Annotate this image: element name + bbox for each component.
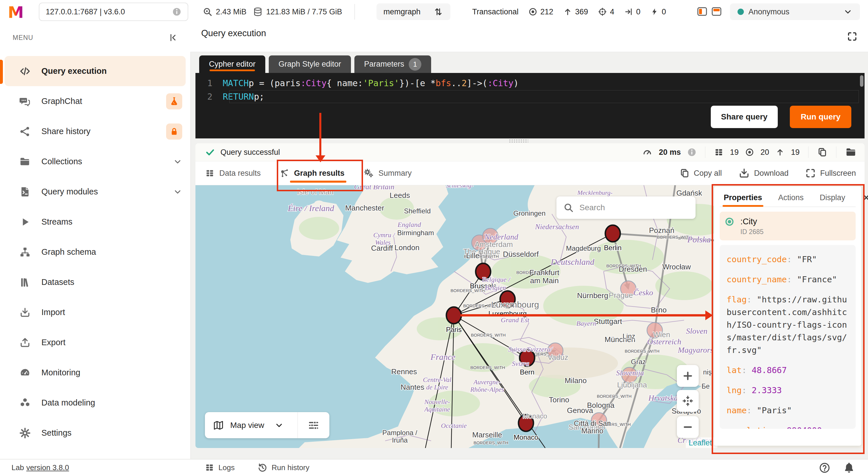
sidebar-item-streams[interactable]: Streams xyxy=(0,207,190,237)
map-search-box[interactable] xyxy=(556,197,695,219)
fullscreen-button[interactable]: Fullscreen xyxy=(805,168,856,179)
copy-result-icon[interactable] xyxy=(817,147,828,157)
sidebar-item-export[interactable]: Export xyxy=(0,328,190,358)
tab-parameters[interactable]: Parameters1 xyxy=(354,56,431,73)
map-filter-button[interactable] xyxy=(298,419,330,431)
user-name: Anonymous xyxy=(748,7,789,16)
tab-cypher-editor[interactable]: Cypher editor xyxy=(199,56,265,73)
line-number: 2 xyxy=(195,92,223,102)
search-input[interactable] xyxy=(579,203,689,212)
panel-tab-actions[interactable]: Actions xyxy=(778,193,804,202)
tab-graph-results[interactable]: Graph results xyxy=(279,161,345,185)
logs-button[interactable]: Logs xyxy=(205,460,235,475)
close-icon[interactable] xyxy=(861,193,868,202)
run-history-button[interactable]: Run history xyxy=(257,460,310,475)
edge-label: BORDERS_WITH xyxy=(470,365,505,370)
map-label: Occitanie xyxy=(441,422,466,429)
map-label: Ljubljana xyxy=(617,380,647,389)
recenter-button[interactable] xyxy=(677,390,699,412)
map-label: Schleswig- xyxy=(446,185,473,189)
sidebar-item-query-modules[interactable]: Query modules xyxy=(0,177,190,207)
panel-tab-properties[interactable]: Properties xyxy=(724,193,762,202)
sidebar-item-share-history[interactable]: Share history xyxy=(0,116,190,146)
panel-tab-display[interactable]: Display xyxy=(820,193,845,202)
sidebar-item-label: Share history xyxy=(41,127,91,136)
layout-left-icon[interactable] xyxy=(696,6,708,17)
property-key: lat xyxy=(726,365,742,375)
map-label: Polska xyxy=(687,235,711,244)
property-value: 9904000 xyxy=(787,426,822,429)
map-label: am Main xyxy=(530,276,559,285)
save-result-icon[interactable] xyxy=(845,146,857,158)
help-icon[interactable] xyxy=(818,462,831,474)
results-tab-label: Graph results xyxy=(294,169,345,178)
property-value: 48.8667 xyxy=(752,365,787,375)
property-key: country_name xyxy=(726,275,787,284)
zoom-in-button[interactable] xyxy=(677,365,699,387)
code-token: :City xyxy=(488,78,513,88)
success-check-icon xyxy=(205,147,215,157)
map-label: Wrocław xyxy=(662,263,691,271)
memgraph-logo-icon[interactable]: M xyxy=(7,3,26,21)
info-icon[interactable] xyxy=(172,7,181,16)
map-label: France xyxy=(430,352,456,362)
sidebar-item-settings[interactable]: Settings xyxy=(0,418,190,448)
selected-node-chip[interactable]: :City ID 2685 xyxy=(720,212,856,240)
collapse-sidebar-icon[interactable] xyxy=(167,32,178,43)
map-label: Auvergne- xyxy=(473,378,501,386)
server-connection-chip[interactable]: 127.0.0.1:7687 | v3.6.0 xyxy=(39,3,188,21)
sidebar-item-data-modeling[interactable]: Data modeling xyxy=(0,388,190,418)
resize-handle[interactable] xyxy=(509,139,528,143)
editor-scrollbar[interactable] xyxy=(860,75,863,87)
zoom-out-button[interactable] xyxy=(677,416,699,438)
sidebar-item-monitoring[interactable]: Monitoring xyxy=(0,358,190,388)
sidebar-item-query-execution[interactable]: Query execution xyxy=(5,56,186,86)
map-view-label: Map view xyxy=(230,421,264,430)
notifications-bell-icon[interactable] xyxy=(843,461,855,474)
layout-top-icon[interactable] xyxy=(711,6,722,17)
map-view-dropdown[interactable]: Map view xyxy=(205,420,298,431)
share-icon xyxy=(19,126,32,138)
sidebar-item-collections[interactable]: Collections xyxy=(0,146,190,177)
sidebar-item-label: Graph schema xyxy=(41,247,96,257)
map-label: Belgique / xyxy=(482,276,511,283)
topbar-divider xyxy=(354,4,355,20)
header-fullscreen-icon[interactable] xyxy=(847,31,858,42)
sidebar-item-graphchat[interactable]: GraphChat xyxy=(0,86,190,116)
map-label: Magyarors xyxy=(677,345,713,354)
database-select[interactable]: memgraph xyxy=(376,3,451,20)
node-label: Monaco xyxy=(514,433,538,441)
map-label: Sheffield xyxy=(404,207,431,215)
run-query-button[interactable]: Run query xyxy=(790,106,851,128)
sidebar-item-graph-schema[interactable]: Graph schema xyxy=(0,237,190,267)
sidebar-item-import[interactable]: Import xyxy=(0,297,190,328)
sidebar-item-datasets[interactable]: Datasets xyxy=(0,267,190,297)
node-id: ID 2685 xyxy=(740,228,850,236)
info-icon[interactable] xyxy=(687,147,696,157)
map-attribution[interactable]: Leaflet xyxy=(686,437,717,448)
properties-panel: PropertiesActionsDisplay :City ID 2685 c… xyxy=(714,186,861,446)
sidebar: MENU Query executionGraphChatShare histo… xyxy=(0,24,191,459)
copy-all-button[interactable]: Copy all xyxy=(679,168,722,178)
terminal-icon xyxy=(19,186,32,198)
graph-node-paris[interactable]: Paris xyxy=(446,307,462,333)
map-label: Dresden xyxy=(619,265,647,273)
sidebar-item-label: Collections xyxy=(41,157,82,166)
graph-node-berlin[interactable]: Berlin xyxy=(604,225,621,251)
search-icon xyxy=(563,202,574,213)
tab-summary[interactable]: Summary xyxy=(363,161,412,185)
version-link[interactable]: version 3.8.0 xyxy=(26,463,69,472)
map-label: Düsseldorf xyxy=(503,250,539,259)
user-menu[interactable]: Anonymous xyxy=(730,3,860,20)
panel-tabs: PropertiesActionsDisplay xyxy=(720,192,856,207)
leaflet-attribution[interactable]: Leaflet xyxy=(689,439,712,447)
download-button[interactable]: Download xyxy=(738,167,788,179)
share-query-button[interactable]: Share query xyxy=(711,106,778,128)
node-label: Bern xyxy=(520,368,535,376)
topbar-stat-3: 0 xyxy=(624,7,640,16)
property-key: population xyxy=(726,426,777,429)
tab-data-results[interactable]: Data results xyxy=(205,161,261,185)
tab-graph-style-editor[interactable]: Graph Style editor xyxy=(269,56,351,73)
layout-toggles xyxy=(696,6,722,17)
topbar-stats: 212369400 xyxy=(528,4,666,20)
